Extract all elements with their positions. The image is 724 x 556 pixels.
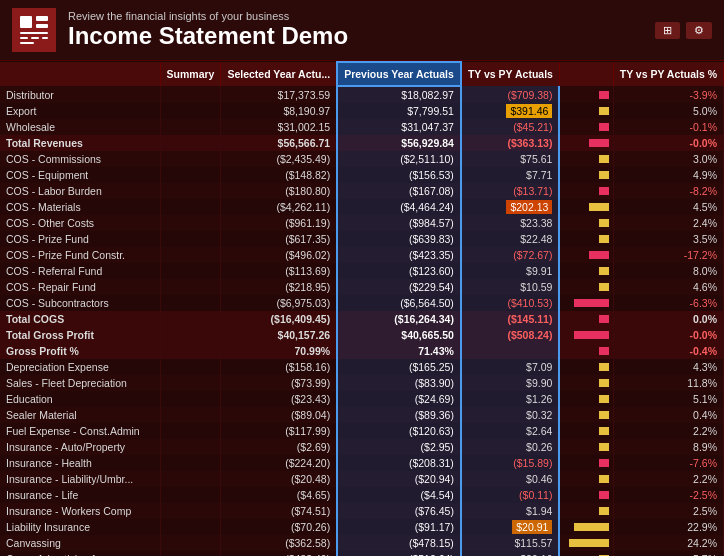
row-pct: 2.5% (613, 503, 723, 519)
ty-py-value: $0.32 (461, 407, 560, 423)
row-name: COS - Materials (0, 199, 160, 215)
row-previous: $31,047.37 (337, 119, 461, 135)
row-summary (160, 103, 221, 119)
row-summary (160, 423, 221, 439)
row-summary (160, 199, 221, 215)
row-previous: ($24.69) (337, 391, 461, 407)
ty-py-value: ($145.11) (461, 311, 560, 327)
row-bar (559, 551, 613, 556)
row-summary (160, 183, 221, 199)
row-summary (160, 231, 221, 247)
table-row: Depreciation Expense ($158.16) ($165.25)… (0, 359, 724, 375)
ty-py-value: $0.26 (461, 439, 560, 455)
row-previous: ($208.31) (337, 455, 461, 471)
ty-py-value: $115.57 (461, 535, 560, 551)
row-name: COS - Repair Fund (0, 279, 160, 295)
table-row: Total Gross Profit $40,157.26 $40,665.50… (0, 327, 724, 343)
row-pct: 4.3% (613, 359, 723, 375)
col-header-ty-py[interactable]: TY vs PY Actuals (461, 62, 560, 86)
row-previous: ($83.90) (337, 375, 461, 391)
header-title: Income Statement Demo (68, 22, 348, 50)
row-name: Insurance - Life (0, 487, 160, 503)
row-bar (559, 295, 613, 311)
svg-rect-2 (36, 24, 48, 28)
row-pct: 0.4% (613, 407, 723, 423)
row-summary (160, 311, 221, 327)
row-selected: ($362.58) (221, 535, 337, 551)
row-name: Total Revenues (0, 135, 160, 151)
col-header-bar (559, 62, 613, 86)
header-subtitle: Review the financial insights of your bu… (68, 10, 348, 22)
col-header-ty-py-pct[interactable]: TY vs PY Actuals % (613, 62, 723, 86)
ty-py-value: $391.46 (461, 103, 560, 119)
table-row: Canvassing ($362.58) ($478.15) $115.57 2… (0, 535, 724, 551)
row-previous: ($16,264.34) (337, 311, 461, 327)
settings-button[interactable]: ⚙ (686, 22, 712, 39)
row-pct: 4.9% (613, 167, 723, 183)
row-previous: ($165.25) (337, 359, 461, 375)
row-bar (559, 231, 613, 247)
table-row: COS - Referral Fund ($113.69) ($123.60) … (0, 263, 724, 279)
table-header-row: Summary Selected Year Actu... Previous Y… (0, 62, 724, 86)
filter-button[interactable]: ⊞ (655, 22, 680, 39)
row-pct: 2.4% (613, 215, 723, 231)
row-bar (559, 135, 613, 151)
row-selected: $31,002.15 (221, 119, 337, 135)
row-selected: $40,157.26 (221, 327, 337, 343)
row-selected: ($16,409.45) (221, 311, 337, 327)
row-summary (160, 295, 221, 311)
row-name: COS - Commissions (0, 151, 160, 167)
row-previous: ($2.95) (337, 439, 461, 455)
row-selected: $17,373.59 (221, 86, 337, 103)
table-row: COS - Other Costs ($961.19) ($984.57) $2… (0, 215, 724, 231)
row-previous: ($4,464.24) (337, 199, 461, 215)
col-header-summary[interactable]: Summary (160, 62, 221, 86)
row-summary (160, 455, 221, 471)
svg-rect-4 (20, 37, 28, 39)
row-summary (160, 471, 221, 487)
row-selected: ($180.80) (221, 183, 337, 199)
row-summary (160, 167, 221, 183)
ty-py-value: $9.91 (461, 263, 560, 279)
col-header-previous[interactable]: Previous Year Actuals (337, 62, 461, 86)
row-pct: -0.0% (613, 327, 723, 343)
row-selected: ($496.02) (221, 247, 337, 263)
row-name: COS - Prize Fund Constr. (0, 247, 160, 263)
row-selected: ($2,435.49) (221, 151, 337, 167)
svg-rect-3 (20, 32, 48, 34)
row-previous: ($6,564.50) (337, 295, 461, 311)
row-name: COS - Equipment (0, 167, 160, 183)
ty-py-value: ($709.38) (461, 86, 560, 103)
row-selected: $8,190.97 (221, 103, 337, 119)
table-row: COS - Equipment ($148.82) ($156.53) $7.7… (0, 167, 724, 183)
ty-py-value: $0.46 (461, 471, 560, 487)
row-name: COS - Prize Fund (0, 231, 160, 247)
row-name: Insurance - Health (0, 455, 160, 471)
row-selected: 70.99% (221, 343, 337, 359)
row-summary (160, 375, 221, 391)
col-header-selected[interactable]: Selected Year Actu... (221, 62, 337, 86)
row-bar (559, 487, 613, 503)
row-selected: ($224.20) (221, 455, 337, 471)
row-previous: ($639.83) (337, 231, 461, 247)
table-row: Insurance - Liability/Umbr... ($20.48) (… (0, 471, 724, 487)
row-name: Insurance - Auto/Property (0, 439, 160, 455)
row-previous: ($4.54) (337, 487, 461, 503)
row-name: Fuel Expense - Const.Admin (0, 423, 160, 439)
row-summary (160, 151, 221, 167)
row-bar (559, 535, 613, 551)
header-text: Review the financial insights of your bu… (68, 10, 348, 50)
row-pct: 3.0% (613, 151, 723, 167)
row-selected: ($961.19) (221, 215, 337, 231)
table-row: Wholesale $31,002.15 $31,047.37 ($45.21)… (0, 119, 724, 135)
row-summary (160, 247, 221, 263)
svg-rect-7 (20, 42, 34, 44)
row-name: Wholesale (0, 119, 160, 135)
row-pct: -2.5% (613, 487, 723, 503)
row-selected: ($20.48) (221, 471, 337, 487)
app-icon (12, 8, 56, 52)
row-bar (559, 375, 613, 391)
row-selected: ($2.69) (221, 439, 337, 455)
row-bar (559, 119, 613, 135)
row-summary (160, 119, 221, 135)
